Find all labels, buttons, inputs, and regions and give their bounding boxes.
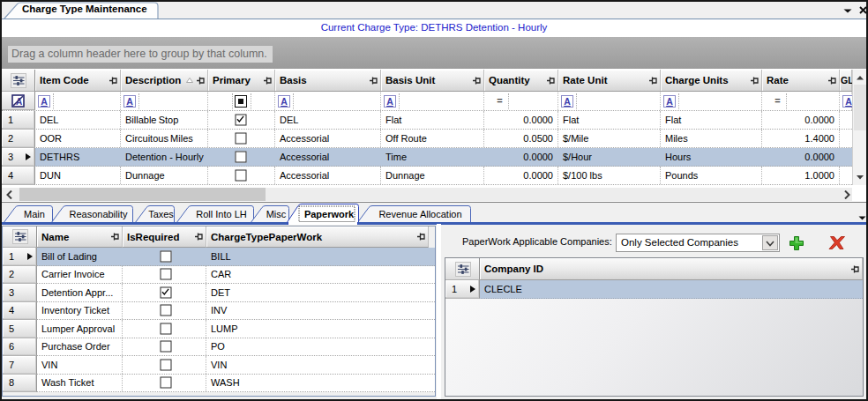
svg-text:Paperwork: Paperwork: [304, 209, 355, 219]
svg-text:Main: Main: [24, 209, 45, 219]
svg-text:Taxes: Taxes: [148, 209, 174, 219]
svg-text:Revenue Allocation: Revenue Allocation: [378, 209, 461, 219]
svg-text:Misc: Misc: [266, 209, 287, 219]
svg-text:Roll Into LH: Roll Into LH: [196, 209, 247, 219]
svg-text:Reasonability: Reasonability: [69, 209, 128, 219]
